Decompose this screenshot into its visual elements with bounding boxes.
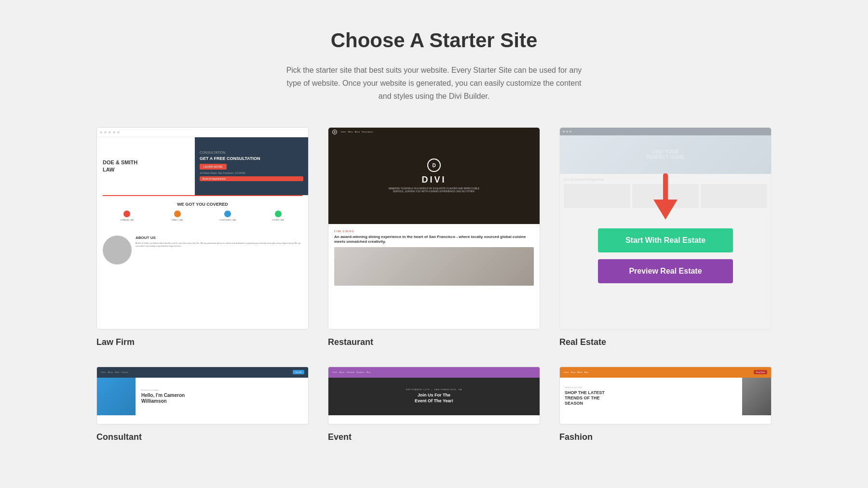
sites-grid: DOE & SMITHLAW CONSULTATION GET A FREE C… <box>96 127 772 442</box>
lf-service-icon-1 <box>123 211 130 217</box>
fashion-nav: Home Shop About Blog Shop Now <box>560 367 771 378</box>
lf-nav-dot-4 <box>113 131 115 133</box>
fashion-nav-blog: Blog <box>584 371 588 373</box>
consultant-label: Consultant <box>96 432 309 442</box>
lf-service-2: FAMILY LAW <box>153 211 202 221</box>
rest-content: FINE DINING An award-winning dining expe… <box>328 224 540 329</box>
cons-nav-work: Work <box>115 371 119 373</box>
fashion-model-img <box>742 378 771 415</box>
site-card-real-estate: FIND YOURPERFECT HOME Our Exclusive Prop… <box>559 127 772 347</box>
svg-marker-1 <box>653 199 678 220</box>
rest-content-title: An award-winning dining experience in th… <box>334 235 534 245</box>
law-firm-label: Law Firm <box>96 337 309 347</box>
lf-section: WE GOT YOU COVERED CRIMINAL LAW FAMILY L… <box>97 196 308 232</box>
page-title: Choose A Starter Site <box>96 29 772 52</box>
lf-consult-title: GET A FREE CONSULTATION <box>200 156 303 161</box>
event-nav: Home About Schedule Speakers Blog <box>328 367 540 378</box>
rest-logo-circle-sm: D <box>332 130 337 134</box>
lf-nav-bar <box>97 128 308 137</box>
rest-logo: D <box>427 158 441 172</box>
lf-about: ABOUT US At Doe & Smith, we believe that… <box>97 232 308 268</box>
event-label: Event <box>328 432 540 442</box>
rest-nav-menu: Menu <box>348 131 353 133</box>
fashion-text: NEW COLLECTION SHOP THE LATESTTRENDS OF … <box>560 378 742 415</box>
event-date-label: SEPTEMBER 12TH — SAN FRANCISCO, CA <box>406 388 462 391</box>
fashion-preview[interactable]: Home Shop About Blog Shop Now NEW COLLEC… <box>559 367 772 424</box>
fashion-label: Fashion <box>559 432 772 442</box>
fashion-title: SHOP THE LATESTTRENDS OF THESEASON <box>565 390 737 406</box>
event-nav-blog: Blog <box>366 371 370 373</box>
header-section: Choose A Starter Site Pick the starter s… <box>96 29 772 103</box>
lf-consult-label: CONSULTATION <box>200 151 303 154</box>
site-card-restaurant: D Home Menu About Reservations D DIVI IM… <box>328 127 540 347</box>
lf-about-img <box>103 236 132 264</box>
lf-appt-btn: Book An Appointment <box>200 176 303 181</box>
rest-logo-d: D <box>432 163 435 168</box>
real-estate-label: Real Estate <box>559 337 772 347</box>
lf-nav-dot-5 <box>117 131 120 133</box>
restaurant-preview[interactable]: D Home Menu About Reservations D DIVI IM… <box>328 127 540 330</box>
lf-service-icon-4 <box>275 211 282 217</box>
lf-service-3: CORPORATE LAW <box>203 211 252 221</box>
site-card-event: Home About Schedule Speakers Blog SEPTEM… <box>328 367 540 442</box>
cons-nav-projects: Projects <box>121 371 128 373</box>
lf-about-title: ABOUT US <box>136 236 302 240</box>
fashion-nav-home: Home <box>564 371 569 373</box>
preview-real-estate-button[interactable]: Preview Real Estate <box>598 259 733 283</box>
lf-service-text-3: CORPORATE LAW <box>203 219 252 221</box>
consultant-preview[interactable]: Home About Work Projects Hire Me Busines… <box>96 367 309 424</box>
lf-service-text-4: ESTATE LAW <box>254 219 303 221</box>
cons-name: Hello, I'm CameronWilliamson <box>141 393 185 404</box>
lf-learn-more-btn: LEARN MORE <box>200 164 227 170</box>
rest-nav-home: Home <box>341 131 346 133</box>
cons-nav-home: Home <box>101 371 106 373</box>
event-preview[interactable]: Home About Schedule Speakers Blog SEPTEM… <box>328 367 540 424</box>
lf-service-icon-2 <box>174 211 181 217</box>
law-firm-preview[interactable]: DOE & SMITHLAW CONSULTATION GET A FREE C… <box>96 127 309 330</box>
event-title: Join Us For TheEvent Of The Year! <box>415 393 453 404</box>
fashion-nav-shop: Shop <box>571 371 575 373</box>
rest-divi-text: DIVI <box>421 175 446 185</box>
cons-nav: Home About Work Projects Hire Me <box>97 367 308 378</box>
event-nav-home: Home <box>332 371 338 373</box>
site-card-consultant: Home About Work Projects Hire Me Busines… <box>96 367 309 442</box>
cons-text: Business Consultant Hello, I'm CameronWi… <box>136 378 190 415</box>
lf-hero: DOE & SMITHLAW CONSULTATION GET A FREE C… <box>97 137 308 195</box>
lf-firm-name: DOE & SMITHLAW <box>103 159 189 173</box>
lf-service-text-1: CRIMINAL LAW <box>103 219 151 221</box>
cons-hire-btn: Hire Me <box>293 370 304 374</box>
restaurant-label: Restaurant <box>328 337 540 347</box>
lf-section-title: WE GOT YOU COVERED <box>103 202 302 207</box>
rest-nav-reservations: Reservations <box>362 131 373 133</box>
lf-hero-right: CONSULTATION GET A FREE CONSULTATION LEA… <box>195 137 308 195</box>
cons-portrait <box>97 378 136 415</box>
cons-role: Business Consultant <box>141 389 185 391</box>
lf-nav-dot-2 <box>104 131 107 133</box>
lf-hero-left: DOE & SMITHLAW <box>97 137 195 195</box>
page-subtitle: Pick the starter site that best suits yo… <box>285 64 583 103</box>
rest-tagline: IMMERSE YOURSELF IN A WORLD OF EXQUISITE… <box>386 187 482 193</box>
event-nav-schedule: Schedule <box>346 371 354 373</box>
real-estate-overlay: Start With Real Estate Preview Real Esta… <box>559 127 772 330</box>
lf-nav-dot-1 <box>100 131 102 133</box>
site-card-law-firm: DOE & SMITHLAW CONSULTATION GET A FREE C… <box>96 127 309 347</box>
event-hero: SEPTEMBER 12TH — SAN FRANCISCO, CA Join … <box>328 378 540 415</box>
lf-address: 123 Main Street, San Francisco, CA 94102 <box>200 171 303 174</box>
lf-service-text-2: FAMILY LAW <box>153 219 202 221</box>
lf-services: CRIMINAL LAW FAMILY LAW CORPORATE LAW <box>103 211 302 221</box>
lf-service-icon-3 <box>224 211 231 217</box>
page-container: Choose A Starter Site Pick the starter s… <box>0 0 868 471</box>
event-nav-speakers: Speakers <box>356 371 365 373</box>
rest-nav-bar: D Home Menu About Reservations <box>328 128 540 136</box>
lf-about-content: ABOUT US At Doe & Smith, we believe that… <box>136 236 302 264</box>
lf-about-text: At Doe & Smith, we believe that a law fi… <box>136 242 302 248</box>
fashion-nav-about: About <box>577 371 582 373</box>
down-arrow-icon <box>649 173 682 222</box>
lf-service-4: ESTATE LAW <box>254 211 303 221</box>
restaurant-preview-inner: D Home Menu About Reservations D DIVI IM… <box>328 128 540 329</box>
start-with-real-estate-button[interactable]: Start With Real Estate <box>598 228 733 252</box>
event-nav-about: About <box>339 371 344 373</box>
fashion-label: NEW COLLECTION <box>565 386 737 389</box>
fashion-cart-btn: Shop Now <box>754 370 767 374</box>
site-card-fashion: Home Shop About Blog Shop Now NEW COLLEC… <box>559 367 772 442</box>
